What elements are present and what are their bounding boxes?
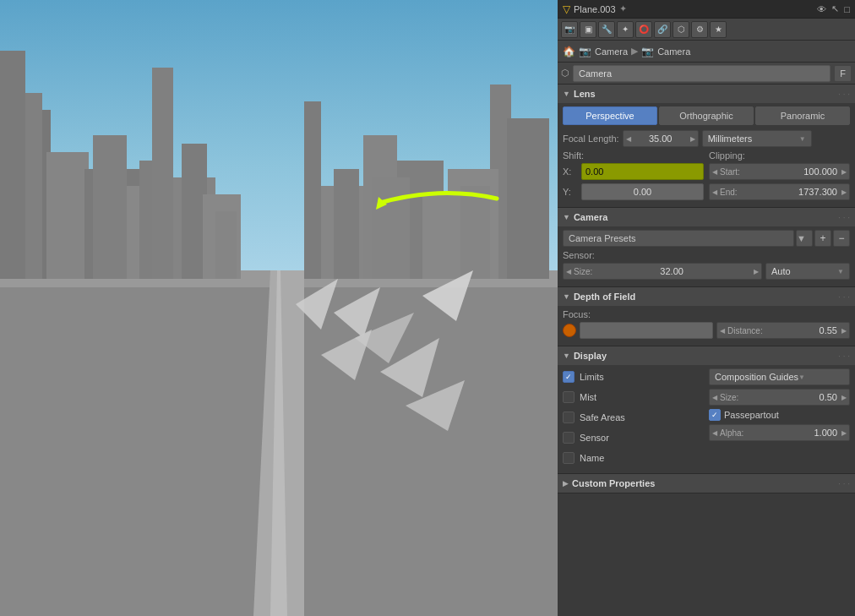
- eye-icon[interactable]: 👁: [817, 4, 826, 14]
- clipping-start-row: ◀ Start: 100.000 ▶: [709, 163, 850, 180]
- tab-orthographic[interactable]: Orthographic: [659, 106, 754, 125]
- dof-section-menu[interactable]: · · ·: [838, 292, 850, 302]
- focus-label: Focus:: [563, 309, 850, 319]
- display-grid: Limits Mist Safe Areas Sensor: [563, 368, 850, 470]
- camera-tab-btn[interactable]: 📷: [561, 21, 578, 38]
- lens-section-title: Lens: [574, 89, 596, 99]
- presets-down-arrow: ▼: [797, 233, 806, 243]
- render-tab-btn[interactable]: ★: [710, 21, 727, 38]
- dist-right-arrow[interactable]: ▶: [839, 322, 849, 339]
- tab-perspective[interactable]: Perspective: [563, 106, 657, 125]
- name-checkbox[interactable]: [563, 452, 575, 464]
- display-section: ▼ Display · · · Limits Mist: [558, 346, 855, 474]
- presets-add-btn[interactable]: +: [814, 230, 831, 247]
- comp-guides-dropdown[interactable]: Composition Guides ▼: [709, 368, 850, 385]
- focal-length-field[interactable]: ◀ 35.00 ▶: [623, 130, 699, 147]
- sensor-left-arrow[interactable]: ◀: [564, 263, 574, 280]
- data-tag: F: [834, 65, 852, 82]
- camera-section-content: Camera Presets ▼ + − Sensor: ◀ Size: 32.…: [558, 226, 855, 286]
- lens-section-menu[interactable]: · · ·: [838, 90, 850, 99]
- breadcrumb-camera-icon: 📷: [579, 46, 591, 57]
- breadcrumb-camera-label2[interactable]: Camera: [657, 46, 690, 57]
- dist-label: Distance:: [727, 326, 763, 335]
- sensor-unit-value: Auto: [771, 266, 791, 276]
- safe-areas-checkbox[interactable]: [563, 412, 575, 423]
- disp-size-left-arrow[interactable]: ◀: [710, 389, 720, 406]
- start-left-arrow[interactable]: ◀: [710, 163, 720, 180]
- sensor-size-field[interactable]: ◀ Size: 32.00 ▶: [563, 263, 762, 280]
- start-right-arrow[interactable]: ▶: [839, 163, 849, 180]
- camera-presets-input[interactable]: Camera Presets: [563, 230, 794, 247]
- sensor-right-arrow[interactable]: ▶: [751, 263, 761, 280]
- camera-section-header[interactable]: ▼ Camera · · ·: [558, 208, 855, 226]
- sensor-size-row: ◀ Size: 32.00 ▶ Auto ▼: [563, 263, 850, 280]
- clipping-col: Clipping: ◀ Start: 100.000 ▶ ◀ End:: [709, 150, 850, 204]
- alpha-right-arrow[interactable]: ▶: [839, 424, 849, 441]
- focal-right-arrow[interactable]: ▶: [688, 130, 698, 147]
- alpha-row: ◀ Alpha: 1.000 ▶: [709, 424, 850, 441]
- start-label: Start:: [720, 167, 740, 177]
- home-icon: 🏠: [563, 46, 575, 57]
- particles-tab-btn[interactable]: ✦: [617, 21, 634, 38]
- mist-checkbox[interactable]: [563, 391, 575, 403]
- sensor-row: Sensor: [563, 429, 704, 446]
- comp-guides-value: Composition Guides: [715, 372, 798, 382]
- shift-x-field[interactable]: 0.00: [581, 163, 704, 180]
- focus-input[interactable]: [580, 322, 713, 339]
- end-right-arrow[interactable]: ▶: [839, 183, 849, 200]
- start-value: 100.000: [740, 166, 839, 177]
- svg-rect-19: [507, 118, 549, 279]
- breadcrumb: 🏠 📷 Camera ▶ 📷 Camera: [558, 41, 855, 63]
- shift-clipping-row: Shift: X: 0.00 Y: 0.00 C: [563, 150, 850, 204]
- end-left-arrow[interactable]: ◀: [710, 183, 720, 200]
- dist-left-arrow[interactable]: ◀: [717, 322, 727, 339]
- dof-distance-field[interactable]: ◀ Distance: 0.55 ▶: [716, 322, 850, 339]
- alpha-field[interactable]: ◀ Alpha: 1.000 ▶: [709, 424, 850, 441]
- limits-checkbox[interactable]: [563, 371, 575, 383]
- data-tab-btn[interactable]: ⬡: [673, 21, 689, 38]
- camera-collapse-triangle: ▼: [563, 213, 570, 221]
- constraints-tab-btn[interactable]: 🔗: [654, 21, 671, 38]
- disp-size-right-arrow[interactable]: ▶: [839, 389, 849, 406]
- cursor-icon[interactable]: ↖: [831, 3, 839, 14]
- camera-section-menu[interactable]: · · ·: [838, 213, 850, 222]
- lens-section-header[interactable]: ▼ Lens · · ·: [558, 84, 855, 103]
- shift-y-field[interactable]: 0.00: [581, 183, 704, 200]
- custom-props-menu[interactable]: · · ·: [838, 479, 850, 488]
- sensor-checkbox[interactable]: [563, 432, 575, 444]
- tab-panoramic[interactable]: Panoramic: [755, 106, 850, 125]
- dof-header-left: ▼ Depth of Field: [563, 292, 635, 302]
- dof-section-header[interactable]: ▼ Depth of Field · · ·: [558, 287, 855, 306]
- display-section-menu[interactable]: · · ·: [838, 352, 850, 361]
- custom-props-header-left: ▶ Custom Properties: [563, 478, 655, 488]
- passepartout-checkbox[interactable]: [709, 409, 721, 421]
- focal-unit-dropdown[interactable]: Millimeters ▼: [702, 130, 812, 147]
- alpha-left-arrow[interactable]: ◀: [710, 424, 720, 441]
- mist-label: Mist: [580, 392, 596, 402]
- end-value: 1737.300: [738, 187, 839, 197]
- clipping-start-field[interactable]: ◀ Start: 100.000 ▶: [709, 163, 850, 180]
- data-name-input[interactable]: [573, 65, 830, 82]
- custom-props-header[interactable]: ▶ Custom Properties · · ·: [558, 474, 855, 493]
- modifier-tab-btn[interactable]: 🔧: [598, 21, 615, 38]
- focal-left-arrow[interactable]: ◀: [624, 130, 634, 147]
- presets-left-field[interactable]: ▼: [796, 230, 813, 247]
- clipping-end-field[interactable]: ◀ End: 1737.300 ▶: [709, 183, 850, 200]
- close-icon[interactable]: □: [844, 4, 850, 14]
- focal-length-label: Focal Length:: [563, 134, 619, 144]
- display-section-header[interactable]: ▼ Display · · ·: [558, 346, 855, 365]
- presets-remove-btn[interactable]: −: [833, 230, 850, 247]
- shift-y-label: Y:: [563, 187, 578, 197]
- lens-header-left: ▼ Lens: [563, 89, 596, 99]
- breadcrumb-camera-label[interactable]: Camera: [595, 46, 628, 57]
- 3d-viewport[interactable]: [0, 0, 558, 616]
- object-tab-btn[interactable]: ▣: [580, 21, 596, 38]
- physics-tab-btn[interactable]: ⭕: [635, 21, 652, 38]
- sensor-unit-dropdown[interactable]: Auto ▼: [765, 263, 850, 280]
- lens-collapse-triangle: ▼: [563, 90, 570, 98]
- svg-rect-16: [152, 68, 173, 279]
- display-collapse-triangle: ▼: [563, 352, 570, 360]
- materials-tab-btn[interactable]: ⚙: [691, 21, 708, 38]
- display-size-field[interactable]: ◀ Size: 0.50 ▶: [709, 389, 850, 406]
- object-icon: ▽: [563, 3, 570, 15]
